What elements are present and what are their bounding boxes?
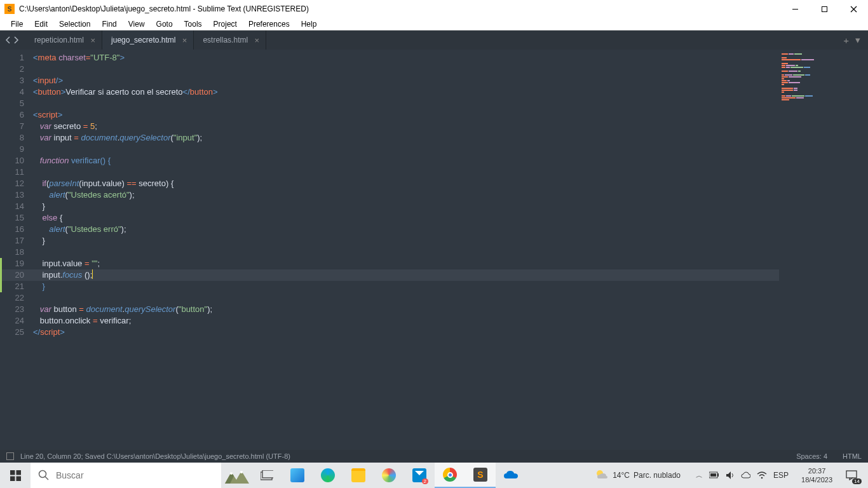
panel-switcher-icon[interactable] bbox=[6, 452, 14, 460]
svg-rect-17 bbox=[710, 473, 716, 477]
onedrive-icon[interactable] bbox=[496, 463, 526, 488]
svg-rect-7 bbox=[16, 476, 21, 481]
menu-view[interactable]: View bbox=[123, 20, 151, 29]
search-icon bbox=[38, 470, 50, 481]
svg-rect-19 bbox=[846, 471, 857, 478]
menu-tools[interactable]: Tools bbox=[179, 20, 208, 29]
menu-project[interactable]: Project bbox=[208, 20, 243, 29]
menu-preferences[interactable]: Preferences bbox=[243, 20, 295, 29]
maximize-button[interactable] bbox=[810, 0, 839, 18]
tab-estrellas[interactable]: estrellas.html× bbox=[194, 30, 266, 50]
edge-icon[interactable] bbox=[313, 463, 343, 488]
onedrive-tray-icon[interactable] bbox=[741, 471, 750, 479]
svg-rect-5 bbox=[16, 470, 21, 475]
menu-bar: File Edit Selection Find View Goto Tools… bbox=[0, 18, 868, 30]
code-area[interactable]: <meta charset="UTF-8"> <input/><button>V… bbox=[33, 50, 779, 450]
menu-help[interactable]: Help bbox=[295, 20, 323, 29]
svg-point-11 bbox=[240, 471, 243, 473]
tab-repeticion[interactable]: repeticion.html× bbox=[25, 30, 102, 50]
close-tab-icon[interactable]: × bbox=[255, 36, 260, 44]
wifi-icon[interactable] bbox=[757, 471, 767, 479]
status-left: Line 20, Column 20; Saved C:\Users\anton… bbox=[20, 452, 290, 460]
svg-point-8 bbox=[39, 471, 46, 478]
menu-edit[interactable]: Edit bbox=[29, 20, 53, 29]
tab-menu-button[interactable]: ▾ bbox=[855, 34, 860, 46]
status-spaces[interactable]: Spaces: 4 bbox=[796, 452, 827, 460]
minimap[interactable] bbox=[779, 50, 868, 450]
windows-taskbar: Buscar 2 S 14°C Parc. nublado ︿ ESP 20:3… bbox=[0, 463, 868, 488]
sublime-text-icon[interactable]: S bbox=[465, 463, 496, 488]
svg-rect-16 bbox=[717, 473, 719, 477]
editor[interactable]: 1234567891011121314151617181920212223242… bbox=[0, 50, 868, 450]
weather-widget[interactable]: 14°C Parc. nublado bbox=[586, 468, 689, 482]
line-gutter: 1234567891011121314151617181920212223242… bbox=[0, 50, 33, 450]
tray-chevron-up-icon[interactable]: ︿ bbox=[696, 471, 703, 480]
taskbar-mountains-icon[interactable] bbox=[221, 463, 252, 488]
tab-nav-arrows[interactable] bbox=[0, 30, 25, 50]
svg-rect-13 bbox=[262, 470, 273, 478]
status-bar: Line 20, Column 20; Saved C:\Users\anton… bbox=[0, 450, 868, 463]
volume-icon[interactable] bbox=[726, 471, 735, 480]
search-placeholder: Buscar bbox=[56, 470, 84, 480]
menu-file[interactable]: File bbox=[5, 20, 29, 29]
system-tray[interactable]: ︿ ESP bbox=[689, 471, 795, 480]
app-logo-icon: S bbox=[4, 4, 15, 14]
svg-rect-4 bbox=[10, 470, 15, 475]
status-language[interactable]: HTML bbox=[843, 452, 862, 460]
taskbar-search[interactable]: Buscar bbox=[31, 463, 221, 488]
start-button[interactable] bbox=[0, 463, 31, 488]
svg-point-18 bbox=[761, 477, 763, 479]
menu-find[interactable]: Find bbox=[96, 20, 122, 29]
mail-icon[interactable]: 2 bbox=[404, 463, 435, 488]
tab-juego-secreto[interactable]: juego_secreto.html× bbox=[102, 30, 194, 50]
taskbar-clock[interactable]: 20:37 18/4/2023 bbox=[795, 466, 839, 484]
file-explorer-icon[interactable] bbox=[343, 463, 374, 488]
window-title: C:\Users\anton\Desktop\Julieta\juego_sec… bbox=[19, 4, 780, 13]
copilot-icon[interactable] bbox=[374, 463, 404, 488]
close-button[interactable] bbox=[839, 0, 868, 18]
svg-line-9 bbox=[45, 477, 48, 480]
svg-point-10 bbox=[230, 472, 233, 475]
battery-icon[interactable] bbox=[709, 471, 719, 479]
weather-icon bbox=[595, 468, 609, 482]
svg-rect-6 bbox=[10, 476, 15, 481]
close-tab-icon[interactable]: × bbox=[90, 36, 95, 44]
svg-rect-1 bbox=[822, 6, 827, 11]
window-titlebar: S C:\Users\anton\Desktop\Julieta\juego_s… bbox=[0, 0, 868, 18]
microsoft-store-icon[interactable] bbox=[282, 463, 313, 488]
new-tab-button[interactable]: + bbox=[843, 35, 849, 46]
menu-selection[interactable]: Selection bbox=[53, 20, 96, 29]
keyboard-language[interactable]: ESP bbox=[773, 471, 789, 480]
task-view-button[interactable] bbox=[252, 463, 282, 488]
tab-bar: repeticion.html× juego_secreto.html× est… bbox=[0, 30, 868, 50]
menu-goto[interactable]: Goto bbox=[151, 20, 179, 29]
minimize-button[interactable] bbox=[780, 0, 810, 18]
notification-center-button[interactable]: 14 bbox=[839, 463, 864, 488]
chrome-icon[interactable] bbox=[435, 463, 465, 488]
close-tab-icon[interactable]: × bbox=[182, 36, 187, 44]
